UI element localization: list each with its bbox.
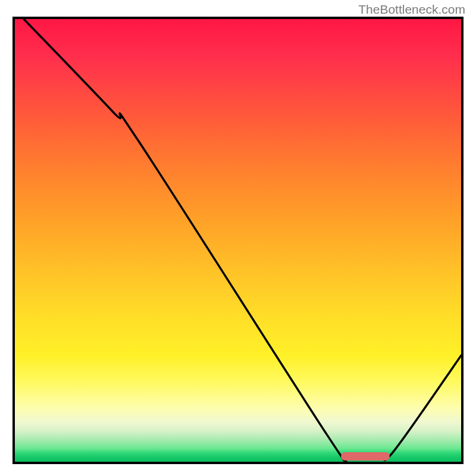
chart-line-curve xyxy=(15,19,461,462)
watermark-text: TheBottleneck.com xyxy=(358,2,465,17)
chart-plot-area xyxy=(12,17,464,464)
chart-optimal-marker xyxy=(341,452,390,461)
